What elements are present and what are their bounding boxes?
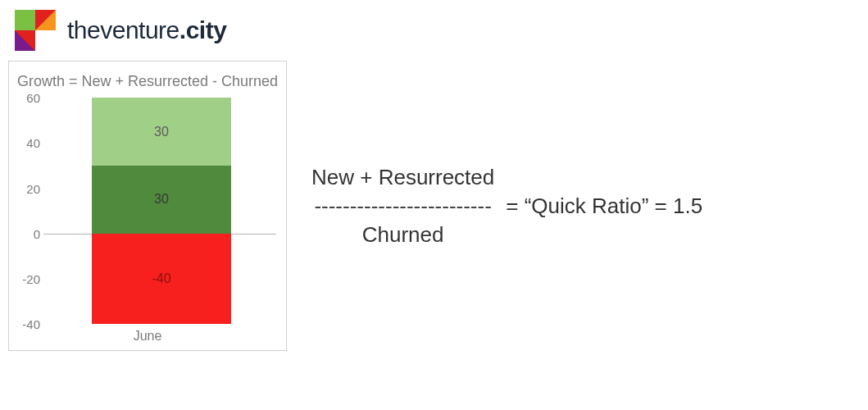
bar-label: -40: [152, 271, 170, 286]
formula-denominator: Churned: [362, 221, 444, 249]
plot-area: 30 30 -40: [47, 98, 276, 324]
bar-label: 30: [154, 192, 169, 207]
brand-part2: city: [186, 16, 227, 43]
formula-fraction: New + Resurrected ----------------------…: [311, 163, 494, 249]
y-tick: 60: [26, 91, 40, 105]
chart-body: 60 40 20 0 -20 -40 30 30 -40: [14, 98, 281, 344]
bar-segment-resurrected: 30: [92, 98, 231, 166]
formula: New + Resurrected ----------------------…: [311, 163, 702, 249]
y-tick: 0: [34, 226, 40, 240]
logo-icon: [15, 10, 56, 51]
y-tick: 40: [26, 136, 40, 150]
formula-divider: -------------------------: [314, 192, 491, 221]
bar-label: 30: [154, 125, 169, 139]
bar-segment-new: 30: [92, 166, 231, 234]
chart-title: Growth = New + Resurrected - Churned: [14, 71, 281, 91]
bar-segment-churned: -40: [92, 234, 231, 324]
brand-text: theventure.city: [67, 16, 226, 44]
y-tick: 20: [26, 181, 40, 195]
x-axis-label: June: [14, 329, 281, 344]
brand-dot: .: [180, 16, 186, 43]
formula-result: = “Quick Ratio” = 1.5: [506, 194, 702, 219]
brand-part1: theventure: [67, 16, 180, 43]
content: Growth = New + Resurrected - Churned 60 …: [0, 61, 868, 351]
formula-numerator: New + Resurrected: [311, 163, 494, 192]
y-tick: -20: [22, 272, 40, 286]
y-axis: 60 40 20 0 -20 -40: [14, 98, 43, 324]
header: theventure.city: [0, 0, 868, 61]
chart-card: Growth = New + Resurrected - Churned 60 …: [8, 61, 287, 351]
